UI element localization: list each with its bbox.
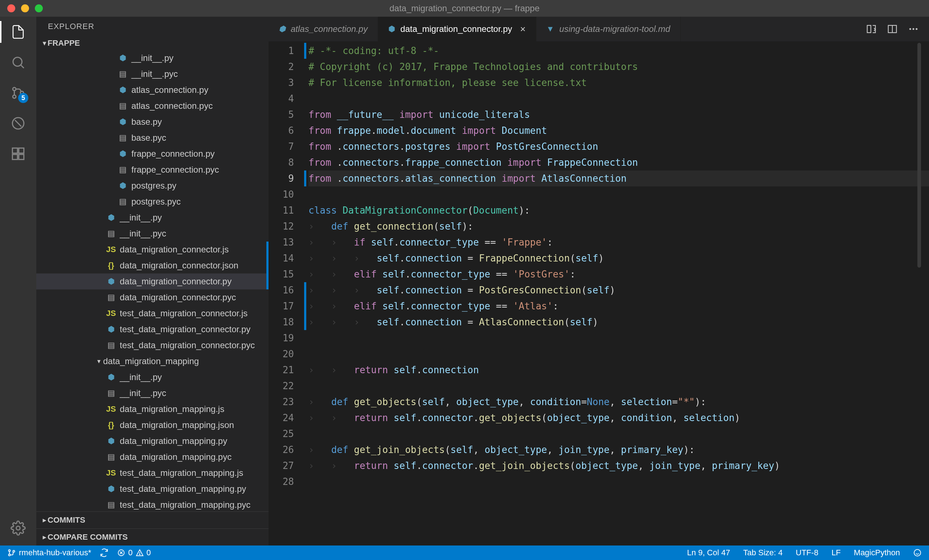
code-line[interactable]: › › if self.connector_type == 'Frappe':	[308, 234, 929, 250]
binary-icon: ▤	[118, 197, 128, 207]
tab[interactable]: ⬢atlas_connection.py	[268, 17, 378, 41]
code-line[interactable]: from .connectors.postgres import PostGre…	[308, 139, 929, 155]
code-line[interactable]: › › › self.connection = FrappeConnection…	[308, 250, 929, 266]
sb-branch[interactable]: rmehta-hub-various*	[7, 548, 91, 557]
code-line[interactable]	[308, 91, 929, 107]
code-line[interactable]	[308, 330, 929, 346]
code-line[interactable]: › › return self.connector.get_objects(ob…	[308, 410, 929, 426]
file-item[interactable]: ⬢test_data_migration_connector.py	[36, 321, 268, 337]
minimap-scrollbar[interactable]	[917, 43, 921, 268]
code-line[interactable]	[308, 474, 929, 490]
file-item[interactable]: ⬢__init__.py	[36, 50, 268, 66]
file-item[interactable]: ⬢postgres.py	[36, 178, 268, 194]
minimize-window-button[interactable]	[21, 5, 29, 12]
code-line[interactable]: › def get_connection(self):	[308, 218, 929, 234]
code-area[interactable]: 1234567891011121314151617181920212223242…	[268, 41, 929, 546]
file-item[interactable]: ⬢__init__.py	[36, 210, 268, 226]
code-line[interactable]: class DataMigrationConnector(Document):	[308, 202, 929, 218]
explorer-activity-icon[interactable]	[9, 23, 27, 41]
python-icon: ⬢	[106, 484, 116, 494]
file-item[interactable]: ▤test_data_migration_mapping.pyc	[36, 497, 268, 511]
code-line[interactable]: › › elif self.connector_type == 'PostGre…	[308, 266, 929, 282]
sb-encoding[interactable]: UTF-8	[796, 548, 818, 557]
code-line[interactable]: › › return self.connector.get_join_objec…	[308, 458, 929, 474]
code-content[interactable]: # -*- coding: utf-8 -*-# Copyright (c) 2…	[305, 41, 929, 546]
file-item[interactable]: ▤postgres.pyc	[36, 194, 268, 210]
scm-activity-icon[interactable]: 5	[9, 84, 27, 101]
python-icon: ⬢	[118, 149, 128, 159]
tab[interactable]: ▼using-data-migration-tool.md	[537, 17, 681, 41]
compare-changes-icon[interactable]	[866, 24, 877, 34]
extensions-activity-icon[interactable]	[9, 145, 27, 162]
file-item[interactable]: ▤__init__.pyc	[36, 226, 268, 242]
code-line[interactable]	[308, 346, 929, 362]
file-item[interactable]: ▤__init__.pyc	[36, 385, 268, 401]
search-activity-icon[interactable]	[9, 54, 27, 71]
file-item[interactable]: JStest_data_migration_mapping.js	[36, 465, 268, 481]
sb-problems[interactable]: 0 0	[117, 548, 151, 557]
more-actions-icon[interactable]	[908, 24, 919, 34]
file-item[interactable]: ⬢base.py	[36, 114, 268, 130]
file-item[interactable]: ⬢test_data_migration_mapping.py	[36, 481, 268, 497]
titlebar: data_migration_connector.py — frappe	[0, 0, 929, 17]
file-item[interactable]: {}data_migration_connector.json	[36, 257, 268, 274]
close-tab-icon[interactable]: ×	[520, 24, 526, 35]
file-item[interactable]: ⬢data_migration_connector.py	[36, 274, 268, 289]
file-item[interactable]: ▤base.pyc	[36, 130, 268, 146]
sb-tabsize[interactable]: Tab Size: 4	[743, 548, 783, 557]
code-line[interactable]: › › › self.connection = AtlasConnection(…	[308, 314, 929, 330]
folder-item[interactable]: ▾data_migration_mapping	[36, 353, 268, 369]
file-item[interactable]: ▤data_migration_mapping.pyc	[36, 449, 268, 465]
sidebar-section-compare-commits[interactable]: ▸ COMPARE COMMITS	[36, 528, 268, 546]
code-line[interactable]	[308, 187, 929, 202]
code-line[interactable]	[308, 426, 929, 442]
file-name: __init__.pyc	[131, 69, 178, 79]
code-line[interactable]: # For license information, please see li…	[308, 75, 929, 91]
binary-icon: ▤	[106, 389, 116, 398]
file-item[interactable]: ▤data_migration_connector.pyc	[36, 289, 268, 305]
fullscreen-window-button[interactable]	[35, 5, 43, 12]
file-name: base.py	[131, 117, 162, 127]
sidebar-root-folder[interactable]: ▾ FRAPPE	[36, 36, 268, 50]
file-item[interactable]: ⬢atlas_connection.py	[36, 82, 268, 98]
code-line[interactable]: # -*- coding: utf-8 -*-	[308, 43, 929, 59]
code-line[interactable]: › › return self.connection	[308, 362, 929, 378]
svg-rect-12	[867, 25, 871, 33]
code-line[interactable]: › def get_objects(self, object_type, con…	[308, 394, 929, 410]
js-icon: JS	[106, 468, 116, 478]
file-item[interactable]: {}data_migration_mapping.json	[36, 417, 268, 433]
file-item[interactable]: JSdata_migration_connector.js	[36, 242, 268, 257]
code-line[interactable]: from __future__ import unicode_literals	[308, 107, 929, 122]
code-line[interactable]: # Copyright (c) 2017, Frappe Technologie…	[308, 59, 929, 75]
file-item[interactable]: ⬢frappe_connection.py	[36, 146, 268, 162]
file-item[interactable]: JSdata_migration_mapping.js	[36, 401, 268, 417]
sidebar-section-commits[interactable]: ▸ COMMITS	[36, 511, 268, 528]
svg-rect-8	[19, 148, 24, 153]
file-name: frappe_connection.pyc	[131, 165, 219, 175]
close-window-button[interactable]	[7, 5, 15, 12]
file-item[interactable]: ▤atlas_connection.pyc	[36, 98, 268, 114]
file-item[interactable]: ▤frappe_connection.pyc	[36, 162, 268, 178]
code-line[interactable]	[308, 378, 929, 394]
file-item[interactable]: ⬢data_migration_mapping.py	[36, 433, 268, 449]
sb-cursor[interactable]: Ln 9, Col 47	[687, 548, 730, 557]
sb-feedback-icon[interactable]	[913, 548, 922, 557]
sb-lang[interactable]: MagicPython	[854, 548, 900, 557]
code-line[interactable]: from frappe.model.document import Docume…	[308, 122, 929, 139]
code-line[interactable]: › def get_join_objects(self, object_type…	[308, 442, 929, 458]
file-item[interactable]: ⬢__init__.py	[36, 369, 268, 385]
file-item[interactable]: JStest_data_migration_connector.js	[36, 305, 268, 321]
sb-sync[interactable]	[100, 548, 109, 557]
sb-eol[interactable]: LF	[831, 548, 841, 557]
code-line[interactable]: from .connectors.atlas_connection import…	[308, 170, 929, 187]
file-item[interactable]: ▤__init__.pyc	[36, 66, 268, 82]
code-line[interactable]: › › › self.connection = PostGresConnecti…	[308, 282, 929, 298]
file-name: test_data_migration_connector.js	[120, 308, 247, 318]
settings-activity-icon[interactable]	[9, 519, 27, 537]
file-item[interactable]: ▤test_data_migration_connector.pyc	[36, 337, 268, 353]
debug-activity-icon[interactable]	[9, 115, 27, 132]
split-editor-icon[interactable]	[887, 24, 898, 34]
code-line[interactable]: from .connectors.frappe_connection impor…	[308, 155, 929, 170]
tab[interactable]: ⬢data_migration_connector.py×	[378, 17, 536, 41]
code-line[interactable]: › › elif self.connector_type == 'Atlas':	[308, 298, 929, 314]
